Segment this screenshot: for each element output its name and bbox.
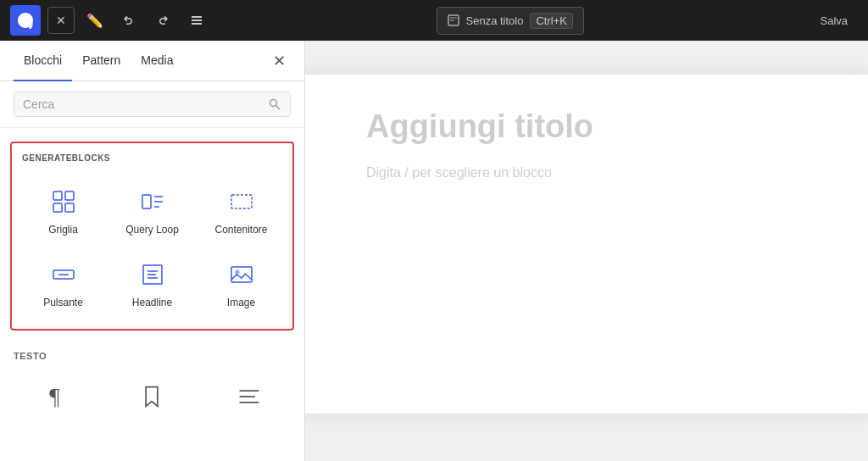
generateblocks-grid: Griglia Query Loop	[12, 169, 292, 322]
bookmark-icon	[135, 381, 169, 412]
block-item-image[interactable]: Image	[197, 246, 286, 319]
tab-media[interactable]: Media	[131, 41, 183, 81]
block-item-griglia[interactable]: Griglia	[19, 173, 108, 246]
testo-section: TESTO ¶	[0, 337, 304, 432]
generateblocks-section: GENERATEBLOCKS Griglia	[10, 142, 294, 330]
document-title-button[interactable]: Senza titolo Ctrl+K	[437, 7, 584, 35]
page-title[interactable]: Aggiungi titolo	[366, 108, 807, 145]
svg-rect-8	[53, 192, 62, 200]
paragraph-icon: ¶	[38, 381, 72, 412]
svg-rect-0	[192, 16, 202, 18]
testo-grid: ¶	[0, 364, 304, 425]
wp-logo	[10, 5, 41, 36]
block-item-paragraph[interactable]: ¶	[7, 368, 103, 422]
griglia-icon	[47, 186, 81, 217]
block-item-query-loop[interactable]: Query Loop	[108, 173, 197, 246]
contenitore-icon	[225, 186, 259, 217]
editor-area: Aggiungi titolo Digita / per scegliere u…	[305, 41, 868, 461]
sidebar-close-button[interactable]: ✕	[267, 49, 291, 73]
edit-mode-button[interactable]: ✏️	[81, 7, 108, 34]
shortcut-badge: Ctrl+K	[530, 13, 572, 29]
search-container	[0, 81, 304, 128]
block-item-headline[interactable]: Headline	[108, 246, 197, 319]
image-icon	[225, 259, 259, 290]
sidebar: Blocchi Pattern Media ✕ GENERATEBLOCKS	[0, 41, 305, 461]
block-item-bookmark[interactable]	[103, 368, 200, 422]
image-label: Image	[227, 297, 255, 308]
pulsante-label: Pulsante	[43, 297, 83, 308]
sidebar-content: GENERATEBLOCKS Griglia	[0, 128, 304, 461]
svg-rect-16	[231, 195, 252, 208]
block-item-pulsante[interactable]: Pulsante	[19, 246, 108, 319]
headline-icon	[136, 259, 170, 290]
undo-button[interactable]	[115, 7, 142, 34]
svg-rect-9	[65, 192, 74, 200]
headline-label: Headline	[132, 297, 172, 308]
svg-rect-1	[192, 19, 202, 21]
close-editor-button[interactable]: ✕	[47, 7, 75, 34]
tab-pattern[interactable]: Pattern	[72, 41, 131, 81]
svg-rect-12	[142, 195, 151, 208]
editor-content: Aggiungi titolo Digita / per scegliere u…	[305, 75, 868, 414]
svg-rect-10	[53, 203, 62, 212]
redo-button[interactable]	[149, 7, 176, 34]
tab-blocchi[interactable]: Blocchi	[14, 41, 72, 81]
query-loop-label: Query Loop	[125, 224, 179, 236]
search-icon	[268, 97, 281, 111]
toolbar: ✕ ✏️ Senza titolo Ctrl+K Salva	[0, 0, 868, 41]
block-item-contenitore[interactable]: Contenitore	[197, 173, 286, 246]
generateblocks-label: GENERATEBLOCKS	[12, 150, 292, 169]
main-layout: Blocchi Pattern Media ✕ GENERATEBLOCKS	[0, 41, 868, 461]
save-button[interactable]: Salva	[810, 9, 858, 32]
svg-rect-23	[231, 267, 252, 282]
svg-rect-11	[65, 203, 74, 212]
contenitore-label: Contenitore	[214, 224, 267, 236]
list-icon	[232, 381, 266, 412]
sidebar-tabs: Blocchi Pattern Media ✕	[0, 41, 304, 81]
list-view-button[interactable]	[183, 7, 210, 34]
svg-point-6	[270, 100, 277, 107]
pulsante-icon	[47, 259, 81, 290]
search-box	[14, 92, 291, 117]
body-placeholder[interactable]: Digita / per scegliere un blocco	[366, 165, 807, 181]
block-item-list[interactable]	[201, 368, 298, 422]
svg-line-7	[276, 106, 280, 109]
griglia-label: Griglia	[48, 224, 78, 236]
testo-label: TESTO	[0, 344, 304, 364]
svg-point-24	[236, 270, 239, 274]
svg-text:¶: ¶	[49, 384, 60, 409]
query-loop-icon	[136, 186, 170, 217]
svg-rect-2	[192, 23, 202, 25]
search-input[interactable]	[23, 97, 261, 111]
document-title: Senza titolo	[466, 14, 524, 27]
